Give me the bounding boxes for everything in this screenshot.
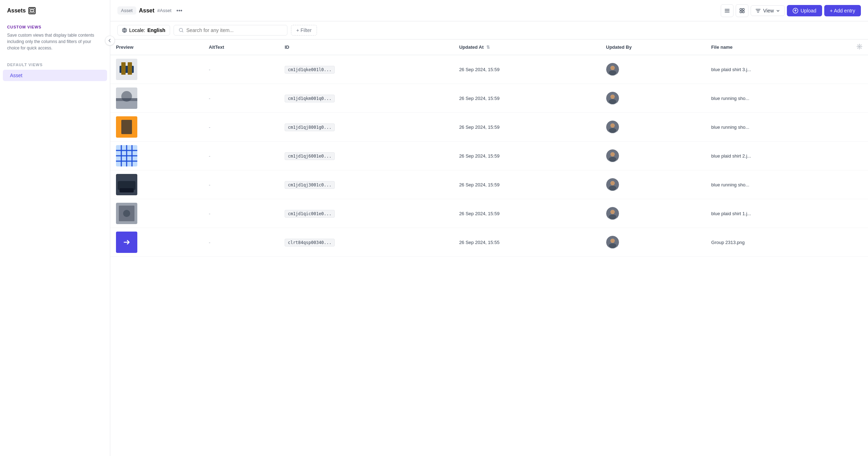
add-entry-button[interactable]: + Add entry (824, 5, 861, 16)
svg-point-6 (122, 28, 127, 32)
cell-settings (851, 228, 868, 257)
table-row: - cm1jd1qj8001g0... 26 Sep 2024, 15:59 b… (110, 113, 868, 142)
col-alttext: AltText (203, 39, 279, 55)
svg-point-37 (609, 128, 616, 133)
cell-preview (110, 113, 203, 142)
cell-file-name: blue running sho... (705, 84, 851, 113)
more-options-button[interactable]: ••• (174, 6, 185, 15)
svg-point-67 (610, 210, 614, 214)
table-row: - cm1jd1qj6001e0... 26 Sep 2024, 15:59 b… (110, 142, 868, 170)
add-asset-button[interactable] (28, 7, 36, 14)
cell-file-name: blue plaid shirt 3.j... (705, 55, 851, 84)
svg-point-8 (859, 46, 860, 47)
sidebar: Assets CUSTOM VIEWS Save custom views th… (0, 0, 110, 456)
cell-alttext: - (203, 142, 279, 170)
sort-icon: ⇅ (486, 45, 490, 50)
cell-id: cm1jd1qke001l0... (279, 55, 453, 84)
cell-updated-at: 26 Sep 2024, 15:59 (454, 113, 600, 142)
breadcrumb-title: Asset (139, 7, 155, 14)
cell-updated-at: 26 Sep 2024, 15:59 (454, 170, 600, 199)
thumbnail (116, 116, 137, 138)
cell-id: cm1jd1qj8001g0... (279, 113, 453, 142)
col-updated-by: Updated By (600, 39, 706, 55)
avatar (606, 149, 619, 162)
cell-updated-at: 26 Sep 2024, 15:59 (454, 55, 600, 84)
svg-rect-12 (128, 62, 132, 75)
table-row: - cm1jd1qke001l0... 26 Sep 2024, 15:59 b… (110, 55, 868, 84)
table-body: - cm1jd1qke001l0... 26 Sep 2024, 15:59 b… (110, 55, 868, 257)
cell-alttext: - (203, 170, 279, 199)
cell-updated-by (600, 199, 706, 228)
cell-preview (110, 84, 203, 113)
grid-view-button[interactable] (736, 4, 748, 17)
cell-updated-by (600, 228, 706, 257)
svg-point-36 (610, 124, 614, 128)
cell-settings (851, 113, 868, 142)
avatar (606, 178, 619, 191)
svg-point-28 (609, 99, 616, 104)
sidebar-item-asset[interactable]: Asset (3, 70, 107, 81)
cell-preview (110, 55, 203, 84)
table-container: Preview AltText ID Updated At ⇅ Updated … (110, 39, 868, 456)
custom-views-desc: Save custom views that display table con… (0, 32, 110, 57)
svg-point-22 (121, 91, 132, 102)
cell-updated-at: 26 Sep 2024, 15:59 (454, 142, 600, 170)
svg-rect-1 (740, 9, 742, 10)
svg-rect-11 (121, 62, 126, 75)
locale-value: English (147, 27, 165, 33)
view-button[interactable]: View (751, 5, 785, 16)
svg-point-62 (123, 210, 130, 217)
cell-updated-at: 26 Sep 2024, 15:59 (454, 199, 600, 228)
cell-updated-by (600, 113, 706, 142)
cell-updated-by (600, 84, 706, 113)
col-id: ID (279, 39, 453, 55)
svg-rect-2 (742, 9, 744, 10)
sidebar-header: Assets (0, 7, 110, 21)
cell-settings (851, 55, 868, 84)
avatar (606, 63, 619, 76)
cell-file-name: blue running sho... (705, 170, 851, 199)
upload-button[interactable]: Upload (787, 5, 822, 16)
assets-title: Assets (7, 7, 26, 14)
cell-alttext: - (203, 113, 279, 142)
cell-updated-at: 26 Sep 2024, 15:59 (454, 84, 600, 113)
assets-table: Preview AltText ID Updated At ⇅ Updated … (110, 39, 868, 257)
table-row: - cm1jd1qj3001c0... 26 Sep 2024, 15:59 b… (110, 170, 868, 199)
search-input[interactable] (186, 27, 282, 33)
cell-id: clrt84qsp00340... (279, 228, 453, 257)
topbar: Asset Asset #Asset ••• (110, 0, 868, 21)
toolbar: Locale: English + Filter (110, 21, 868, 39)
cell-settings (851, 84, 868, 113)
cell-alttext: - (203, 228, 279, 257)
svg-rect-31 (121, 120, 132, 134)
table-row: - clrt84qsp00340... 26 Sep 2024, 15:55 G… (110, 228, 868, 257)
thumbnail (116, 88, 137, 109)
thumbnail (116, 59, 137, 80)
filter-button[interactable]: + Filter (291, 25, 317, 36)
table-row: - cm1jd1qic001e0... 26 Sep 2024, 15:59 b… (110, 199, 868, 228)
cell-id: cm1jd1qj3001c0... (279, 170, 453, 199)
avatar (606, 236, 619, 249)
list-view-button[interactable] (721, 4, 734, 17)
custom-views-label: CUSTOM VIEWS (0, 25, 110, 32)
svg-point-49 (610, 153, 614, 157)
cell-preview (110, 170, 203, 199)
default-views-label: DEFAULT VIEWS (0, 57, 110, 70)
thumbnail (116, 174, 137, 195)
cell-file-name: Group 2313.png (705, 228, 851, 257)
svg-point-18 (609, 70, 616, 75)
thumbnail (116, 145, 137, 166)
avatar (606, 121, 619, 133)
cell-alttext: - (203, 55, 279, 84)
col-updated-at[interactable]: Updated At ⇅ (454, 39, 600, 55)
svg-rect-3 (740, 11, 742, 13)
svg-point-58 (610, 181, 614, 185)
locale-selector[interactable]: Locale: English (117, 25, 170, 36)
svg-point-73 (610, 239, 614, 243)
col-settings (851, 39, 868, 55)
main-content: Asset Asset #Asset ••• (110, 0, 868, 456)
cell-preview (110, 228, 203, 257)
cell-updated-by (600, 55, 706, 84)
sidebar-collapse-button[interactable] (105, 36, 115, 46)
locale-label: Locale: (129, 27, 145, 33)
